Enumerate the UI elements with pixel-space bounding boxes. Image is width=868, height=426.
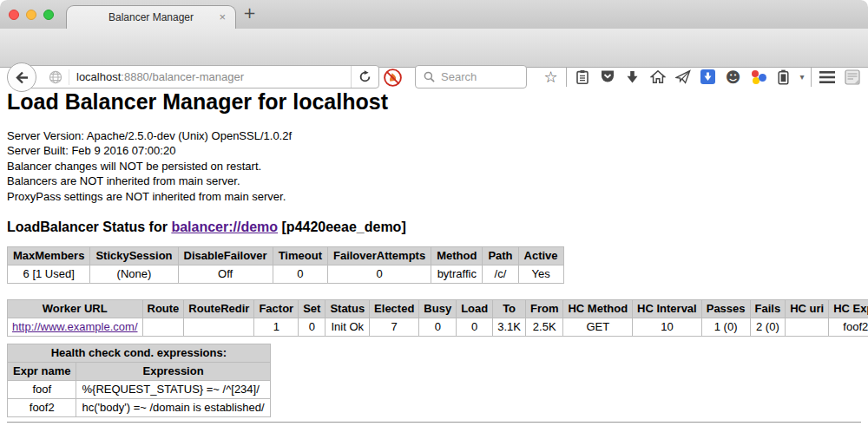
minimize-window-button[interactable]: [26, 10, 36, 20]
screenshot-extension-icon[interactable]: [839, 62, 865, 92]
table-header-row: Expr name Expression: [8, 363, 271, 381]
url-bar[interactable]: localhost:8880/balancer-manager: [23, 65, 379, 88]
tab-balancer-manager[interactable]: Balancer Manager ×: [66, 5, 236, 29]
tab-title: Balancer Manager: [108, 11, 194, 23]
health-check-table: Health check cond. expressions: Expr nam…: [7, 344, 271, 417]
balancer-settings-table: MaxMembers StickySession DisableFailover…: [7, 246, 564, 284]
video-download-helper-icon[interactable]: [746, 62, 771, 92]
table-header-row: Worker URL Route RouteRedir Factor Set S…: [8, 300, 868, 318]
worker-url-link[interactable]: http://www.example.com/: [12, 320, 138, 333]
menu-hamburger-icon[interactable]: [814, 62, 839, 92]
window-controls: [9, 10, 54, 20]
table-row: 6 [1 Used] (None) Off 0 0 bytraffic /c/ …: [8, 265, 564, 284]
search-bar[interactable]: Search: [415, 65, 527, 88]
url-text[interactable]: localhost:8880/balancer-manager: [76, 70, 244, 83]
close-window-button[interactable]: [9, 10, 19, 20]
downloads-icon[interactable]: [620, 62, 645, 92]
tab-bar: Balancer Manager × +: [0, 0, 868, 29]
search-placeholder: Search: [441, 70, 477, 83]
send-tab-plane-icon[interactable]: [670, 62, 695, 92]
server-version-line: Server Version: Apache/2.5.0-dev (Unix) …: [7, 128, 861, 144]
health-table-title: Health check cond. expressions:: [8, 344, 271, 363]
table-row: foof2 hc('body') =~ /domain is establish…: [8, 399, 271, 417]
tab-close-icon[interactable]: ×: [219, 10, 226, 24]
pocket-icon[interactable]: [595, 62, 620, 92]
content-blocker-icon[interactable]: [383, 68, 403, 88]
table-row: foof %{REQUEST_STATUS} =~ /^[234]/: [8, 381, 271, 399]
persist-notice-line: Balancer changes will NOT be persisted o…: [7, 159, 861, 174]
site-identity-globe-icon[interactable]: [47, 69, 69, 85]
reload-icon: [358, 70, 372, 83]
reading-list-icon[interactable]: [569, 62, 595, 92]
feedback-smiley-icon[interactable]: ☻: [720, 62, 746, 92]
browser-window: Balancer Manager × + localhost:888: [0, 0, 868, 426]
addon-downloader-icon[interactable]: [695, 62, 720, 92]
new-tab-button[interactable]: +: [243, 3, 256, 22]
table-title-row: Health check cond. expressions:: [8, 344, 271, 363]
loadbalancer-status-heading: LoadBalancer Status for balancer://demo …: [7, 220, 861, 235]
table-row: http://www.example.com/ 1 0 Init Ok 7 0 …: [8, 318, 868, 337]
page-divider: [7, 422, 861, 423]
page-content: Load Balancer Manager for localhost Serv…: [0, 68, 868, 426]
toolbar-buttons: ☆: [538, 57, 865, 96]
balancers-notice-line: Balancers are NOT inherited from main se…: [7, 174, 861, 189]
zoom-window-button[interactable]: [43, 10, 54, 20]
overflow-caret-icon[interactable]: ▾: [796, 62, 808, 92]
back-arrow-icon: [15, 71, 30, 84]
proxypass-notice-line: ProxyPass settings are NOT inherited fro…: [7, 189, 861, 205]
bookmark-star-icon[interactable]: ☆: [538, 62, 563, 92]
server-info: Server Version: Apache/2.5.0-dev (Unix) …: [7, 128, 861, 205]
table-header-row: MaxMembers StickySession DisableFailover…: [8, 247, 564, 265]
toolbar-separator: [811, 68, 812, 87]
balancer-demo-link[interactable]: balancer://demo: [171, 220, 278, 234]
server-built-line: Server Built: Feb 9 2016 07:00:20: [7, 143, 861, 159]
worker-table: Worker URL Route RouteRedir Factor Set S…: [7, 299, 868, 337]
search-icon: [424, 71, 435, 82]
navigation-toolbar: localhost:8880/balancer-manager Search: [0, 29, 868, 68]
battery-extension-icon[interactable]: [771, 62, 796, 92]
toolbar-separator: [566, 68, 567, 87]
home-icon[interactable]: [645, 62, 670, 92]
reload-button[interactable]: [351, 66, 378, 88]
back-button[interactable]: [7, 62, 36, 92]
